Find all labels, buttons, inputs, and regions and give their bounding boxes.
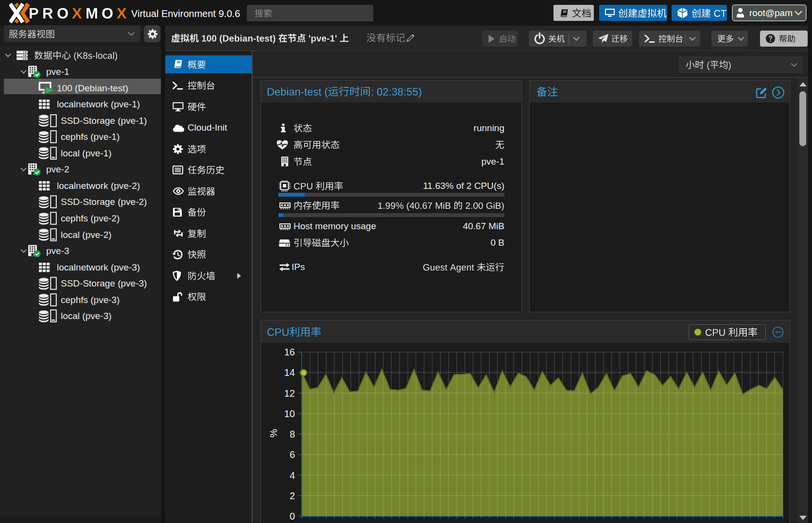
svg-text:12: 12 — [284, 388, 295, 399]
svg-text:16: 16 — [284, 347, 295, 357]
svg-text:14: 14 — [284, 367, 295, 378]
svg-text:10: 10 — [284, 408, 295, 419]
svg-text:6: 6 — [290, 449, 295, 460]
svg-text:%: % — [268, 429, 279, 438]
svg-text:2: 2 — [290, 490, 295, 501]
svg-text:0: 0 — [290, 511, 295, 522]
svg-text:8: 8 — [290, 429, 295, 439]
svg-text:4: 4 — [290, 470, 295, 481]
